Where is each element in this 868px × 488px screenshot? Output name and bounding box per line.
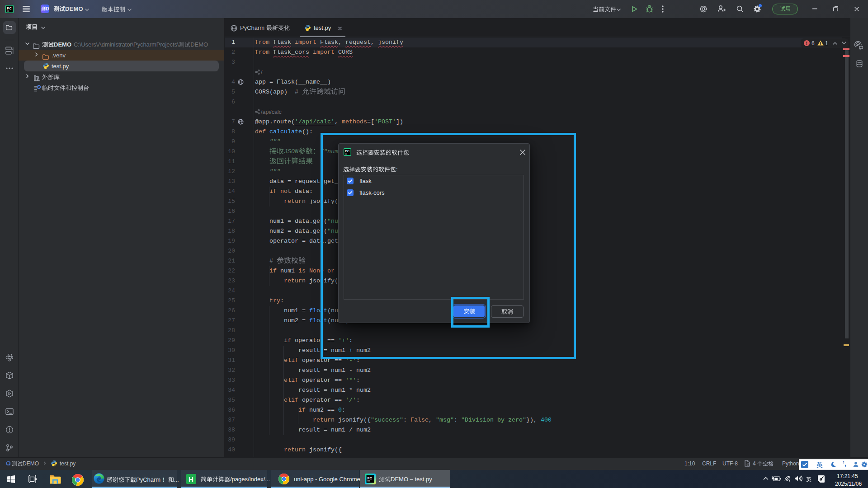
svg-text:PC: PC [7,6,12,10]
svg-text:PC: PC [368,476,373,480]
svg-text:H: H [189,475,193,483]
